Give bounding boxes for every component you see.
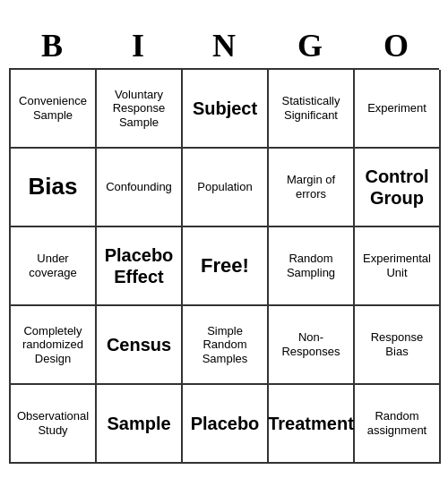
- cell-text-13: Random Sampling: [272, 252, 349, 279]
- bingo-card: BINGO Convenience SampleVoluntary Respon…: [9, 23, 439, 464]
- cell-text-14: Experimental Unit: [358, 252, 435, 279]
- cell-16: Census: [97, 306, 183, 385]
- cell-9: Control Group: [355, 149, 441, 227]
- cell-text-5: Bias: [29, 173, 78, 201]
- cell-18: Non-Responses: [269, 306, 355, 385]
- cell-3: Statistically Significant: [269, 70, 355, 149]
- cell-23: Treatment: [269, 385, 355, 464]
- cell-17: Simple Random Samples: [183, 306, 269, 385]
- cell-text-18: Non-Responses: [272, 330, 349, 358]
- cell-24: Random assignment: [355, 385, 441, 464]
- header-letter-i: I: [99, 27, 177, 64]
- cell-7: Population: [183, 149, 269, 227]
- cell-14: Experimental Unit: [355, 227, 441, 306]
- cell-1: Voluntary Response Sample: [97, 70, 183, 149]
- cell-text-4: Experiment: [367, 101, 426, 115]
- cell-text-0: Convenience Sample: [14, 94, 91, 122]
- cell-4: Experiment: [355, 70, 441, 149]
- cell-text-2: Subject: [193, 98, 257, 119]
- cell-text-7: Population: [197, 180, 252, 194]
- cell-text-16: Census: [107, 334, 171, 355]
- cell-21: Sample: [97, 385, 183, 464]
- cell-text-15: Completely randomized Design: [14, 324, 91, 366]
- cell-20: Observational Study: [11, 385, 97, 464]
- cell-text-9: Control Group: [358, 166, 435, 209]
- cell-text-12: Free!: [201, 254, 249, 278]
- cell-0: Convenience Sample: [11, 70, 97, 149]
- cell-10: Under coverage: [11, 227, 97, 306]
- cell-text-1: Voluntary Response Sample: [100, 88, 177, 130]
- cell-text-20: Observational Study: [14, 409, 91, 437]
- cell-12: Free!: [183, 227, 269, 306]
- header-letter-b: B: [13, 27, 91, 64]
- cell-text-19: Response Bias: [358, 330, 435, 358]
- cell-8: Margin of errors: [269, 149, 355, 227]
- cell-5: Bias: [11, 149, 97, 227]
- cell-11: Placebo Effect: [97, 227, 183, 306]
- cell-13: Random Sampling: [269, 227, 355, 306]
- cell-text-23: Treatment: [268, 413, 354, 434]
- cell-text-21: Sample: [107, 413, 170, 434]
- cell-text-22: Placebo: [191, 413, 260, 434]
- cell-text-3: Statistically Significant: [272, 94, 349, 122]
- bingo-grid: Convenience SampleVoluntary Response Sam…: [9, 68, 439, 464]
- cell-19: Response Bias: [355, 306, 441, 385]
- cell-6: Confounding: [97, 149, 183, 227]
- cell-22: Placebo: [183, 385, 269, 464]
- header-letter-o: O: [357, 27, 435, 64]
- header-letter-g: G: [271, 27, 349, 64]
- cell-15: Completely randomized Design: [11, 306, 97, 385]
- cell-text-11: Placebo Effect: [100, 244, 177, 287]
- cell-text-8: Margin of errors: [272, 173, 349, 201]
- cell-text-6: Confounding: [106, 180, 172, 194]
- cell-text-17: Simple Random Samples: [186, 324, 263, 366]
- cell-text-24: Random assignment: [358, 409, 435, 437]
- header-letter-n: N: [185, 27, 263, 64]
- cell-2: Subject: [183, 70, 269, 149]
- cell-text-10: Under coverage: [14, 252, 91, 279]
- bingo-header: BINGO: [9, 23, 439, 68]
